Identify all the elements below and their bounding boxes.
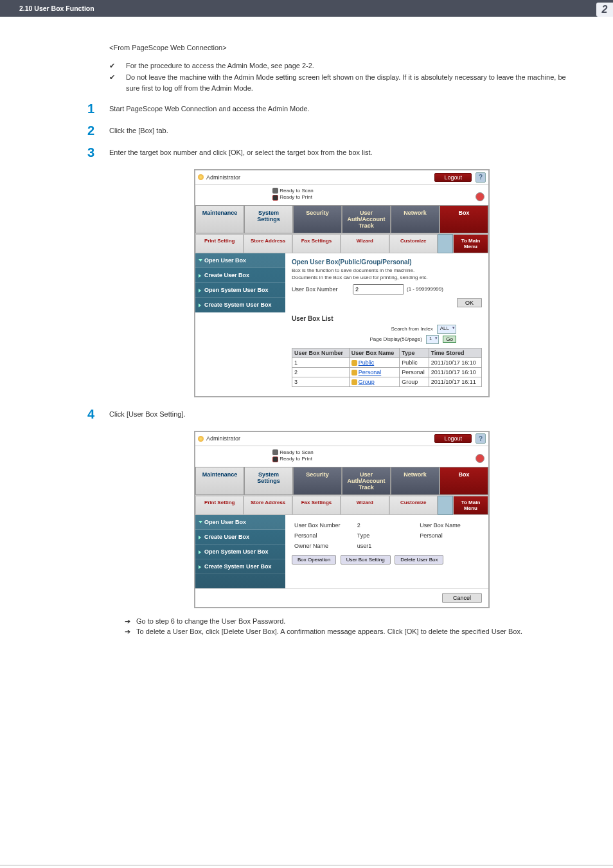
tab-security[interactable]: Security xyxy=(293,467,342,495)
go-button[interactable]: Go xyxy=(443,336,456,343)
help-icon[interactable]: ? xyxy=(475,433,486,444)
panel-desc: Box is the function to save documents in… xyxy=(292,267,482,273)
admin-icon xyxy=(198,436,204,442)
ready-print: Ready to Print xyxy=(280,456,312,462)
ready-print: Ready to Print xyxy=(280,194,312,200)
detail-label: Type xyxy=(355,530,418,541)
arrow-icon: ➔ xyxy=(125,626,136,637)
tab-box[interactable]: Box xyxy=(440,467,488,495)
step-number: 1 xyxy=(87,102,109,116)
search-index-label: Search from Index xyxy=(391,326,432,332)
lock-icon xyxy=(351,379,357,385)
box-link-group[interactable]: Group xyxy=(359,379,375,385)
table-row: 1 Public Public 2011/10/17 16:10 xyxy=(292,357,482,367)
sidebar-item-create-system-user-box[interactable]: Create System User Box xyxy=(195,559,285,574)
tab-box[interactable]: Box xyxy=(440,205,488,233)
ok-button[interactable]: OK xyxy=(457,298,482,307)
sidebar-item-create-system-user-box[interactable]: Create System User Box xyxy=(195,298,285,312)
tab-maintenance[interactable]: Maintenance xyxy=(195,467,244,495)
range-hint: (1 - 999999999) xyxy=(407,286,443,292)
tab-user-auth[interactable]: User Auth/Account Track xyxy=(342,205,391,233)
sidebar-filler xyxy=(195,574,285,588)
box-operation-button[interactable]: Box Operation xyxy=(292,555,336,565)
admin-label: Administrator xyxy=(206,435,240,442)
help-icon[interactable]: ? xyxy=(475,172,486,183)
subtab-store-address[interactable]: Store Address xyxy=(244,234,292,253)
logout-button[interactable]: Logout xyxy=(434,434,472,443)
refresh-icon[interactable] xyxy=(475,454,484,463)
box-link-personal[interactable]: Personal xyxy=(359,369,382,375)
detail-label: Owner Name xyxy=(292,541,355,551)
col-user-box-name: User Box Name xyxy=(349,348,400,357)
panel-desc: Documents in the Box can be used for pri… xyxy=(292,275,482,280)
sidebar-item-open-user-box[interactable]: Open User Box xyxy=(195,515,285,530)
step-text: Start PageScope Web Connection and acces… xyxy=(109,104,310,116)
sidebar-item-open-user-box[interactable]: Open User Box xyxy=(195,253,285,268)
admin-label: Administrator xyxy=(206,174,240,181)
section-title: 2.10 User Box Function xyxy=(0,5,94,12)
user-box-setting-button[interactable]: User Box Setting xyxy=(341,555,391,565)
sub-bullet-text: Go to step 6 to change the User Box Pass… xyxy=(136,616,285,627)
ready-scan: Ready to Scan xyxy=(280,188,313,194)
step-number: 4 xyxy=(87,407,109,422)
printer-icon xyxy=(272,195,278,201)
step-number: 3 xyxy=(87,145,109,160)
admin-icon xyxy=(198,174,204,180)
subtab-print-setting[interactable]: Print Setting xyxy=(195,234,244,253)
subtab-wizard[interactable]: Wizard xyxy=(341,234,389,253)
tab-network[interactable]: Network xyxy=(391,467,440,495)
page-display-select[interactable]: 1 xyxy=(426,335,439,344)
cancel-button[interactable]: Cancel xyxy=(442,593,482,603)
search-index-select[interactable]: ALL xyxy=(437,325,456,334)
scanner-icon xyxy=(272,188,278,194)
box-link-public[interactable]: Public xyxy=(359,359,375,366)
grid-icon[interactable] xyxy=(438,496,453,515)
tab-network[interactable]: Network xyxy=(391,205,440,233)
logout-button[interactable]: Logout xyxy=(434,173,472,182)
step-number: 2 xyxy=(87,123,109,138)
sidebar-item-create-user-box[interactable]: Create User Box xyxy=(195,530,285,545)
grid-icon[interactable] xyxy=(438,234,453,253)
sub-bullet-text: To delete a User Box, click [Delete User… xyxy=(136,626,522,637)
step-text: Enter the target box number and click [O… xyxy=(109,147,373,160)
sidebar-item-open-system-user-box[interactable]: Open System User Box xyxy=(195,283,285,298)
tab-system-settings[interactable]: System Settings xyxy=(244,205,293,233)
sidebar-item-open-system-user-box[interactable]: Open System User Box xyxy=(195,545,285,559)
tab-security[interactable]: Security xyxy=(293,205,342,233)
detail-value: Personal xyxy=(292,530,355,541)
subtab-store-address[interactable]: Store Address xyxy=(244,496,292,515)
sidebar-item-create-user-box[interactable]: Create User Box xyxy=(195,268,285,283)
check-mark: ✔ xyxy=(109,72,126,93)
subtab-fax-settings[interactable]: Fax Settings xyxy=(292,234,341,253)
table-row: 2 Personal Personal 2011/10/17 16:10 xyxy=(292,368,482,377)
scanner-icon xyxy=(272,449,278,455)
sidebar-filler xyxy=(195,312,285,396)
subtab-print-setting[interactable]: Print Setting xyxy=(195,496,244,515)
subtab-to-main[interactable]: To Main Menu xyxy=(453,234,488,253)
figure-user-box-setting: Administrator Logout ? Ready to Scan Rea… xyxy=(109,431,574,608)
subtab-customize[interactable]: Customize xyxy=(389,496,438,515)
arrow-icon: ➔ xyxy=(125,616,136,627)
detail-label: User Box Number xyxy=(292,520,355,530)
page-display-label: Page Display(50/page) xyxy=(369,336,422,342)
tab-system-settings[interactable]: System Settings xyxy=(244,467,293,495)
user-box-list-title: User Box List xyxy=(292,315,482,322)
user-box-number-label: User Box Number xyxy=(292,286,353,293)
tab-user-auth[interactable]: User Auth/Account Track xyxy=(342,467,391,495)
check-mark: ✔ xyxy=(109,60,126,71)
subtab-customize[interactable]: Customize xyxy=(389,234,438,253)
refresh-icon[interactable] xyxy=(475,192,484,201)
check-text: For the procedure to access the Admin Mo… xyxy=(126,60,314,71)
tab-maintenance[interactable]: Maintenance xyxy=(195,205,244,233)
intro-lead: <From PageScope Web Connection> xyxy=(109,42,574,54)
user-box-number-input[interactable] xyxy=(353,284,404,294)
subtab-wizard[interactable]: Wizard xyxy=(341,496,389,515)
lock-icon xyxy=(351,370,357,375)
subtab-to-main[interactable]: To Main Menu xyxy=(453,496,488,515)
delete-user-box-button[interactable]: Delete User Box xyxy=(395,555,443,565)
chapter-badge: 2 xyxy=(596,3,613,17)
detail-value: 2 xyxy=(355,520,418,530)
lock-icon xyxy=(351,360,357,366)
detail-value: Personal xyxy=(417,530,480,541)
subtab-fax-settings[interactable]: Fax Settings xyxy=(292,496,341,515)
